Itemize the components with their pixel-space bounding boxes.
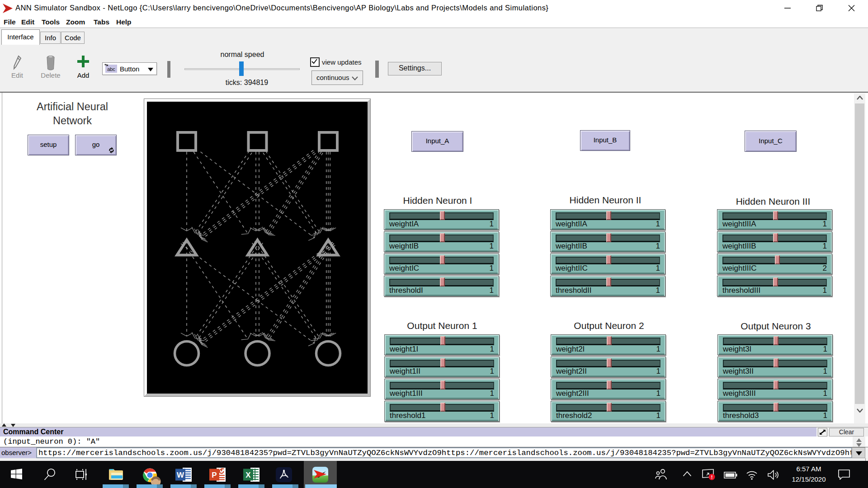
svg-text:W: W — [177, 471, 184, 479]
svg-text:!: ! — [711, 474, 713, 480]
svg-text:X: X — [245, 471, 251, 479]
svg-text:P: P — [212, 471, 217, 479]
